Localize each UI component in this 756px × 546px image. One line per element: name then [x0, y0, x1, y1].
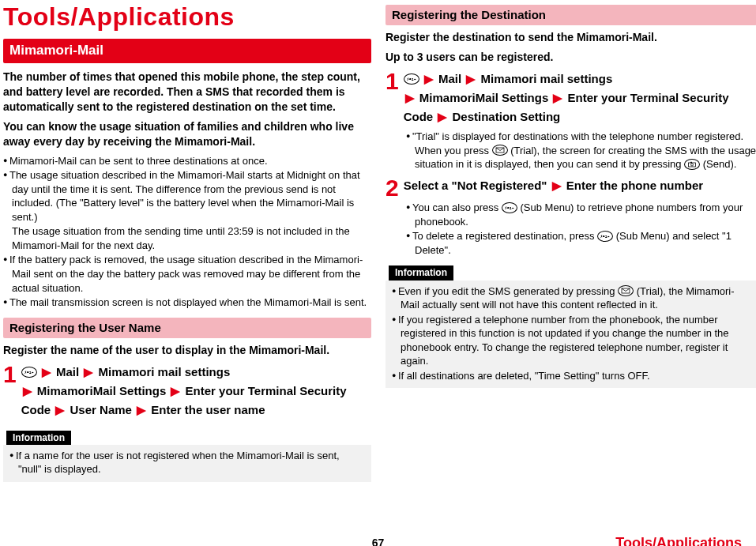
arrow-icon: ▶: [551, 91, 564, 104]
dest-intro-2: Up to 3 users can be registered.: [386, 50, 756, 65]
svg-rect-5: [690, 161, 692, 163]
info-section-right: Information Even if you edit the SMS gen…: [386, 258, 756, 388]
info-bullet: If all destinations are deleted, "Time S…: [392, 369, 750, 383]
bullet-item-cont: The usage situation from the sending tim…: [3, 224, 371, 252]
menu-key-icon: ﾒﾆｭｰ: [597, 231, 613, 242]
info-bullet: If a name for the user is not registered…: [9, 449, 365, 476]
mail-key-icon: [618, 285, 634, 296]
mail-key-icon: [492, 145, 508, 156]
bullet-item: The usage situation described in the Mim…: [3, 168, 371, 224]
step-part: Mimamori mail settings: [481, 72, 613, 85]
svg-point-4: [691, 164, 694, 166]
svg-text:ﾒﾆｭｰ: ﾒﾆｭｰ: [407, 77, 416, 81]
info-section: Information If a name for the user is no…: [3, 423, 371, 482]
menu-key-icon: ﾒﾆｭｰ: [21, 367, 37, 378]
dest-intro-1: Register the destination to send the Mim…: [386, 30, 756, 45]
step-number: 2: [386, 178, 399, 198]
bullets-list: Mimamori-Mail can be sent to three desti…: [3, 154, 371, 310]
step-part: Mimamori mail settings: [99, 365, 231, 378]
bullet-item: If the battery pack is removed, the usag…: [3, 253, 371, 295]
step-part: Mail: [438, 72, 461, 85]
step-part: Mail: [56, 365, 79, 378]
page-title: Tools/Applications: [3, 0, 371, 34]
right-column: Registering the Destination Register the…: [386, 0, 756, 482]
info-box: Even if you edit the SMS generated by pr…: [386, 281, 756, 389]
info-label: Information: [6, 431, 71, 445]
step-body: Select a "Not Registered" ▶ Enter the ph…: [404, 176, 756, 198]
intro-text-2: You can know the usage situation of fami…: [3, 119, 371, 149]
step-part: Select a "Not Registered": [404, 179, 547, 192]
arrow-icon: ▶: [82, 365, 95, 378]
step-1-bullets: "Trial" is displayed for destinations wi…: [406, 130, 756, 171]
step-part: Enter the phone number: [566, 179, 703, 192]
arrow-icon: ▶: [21, 384, 34, 397]
sub-intro: Register the name of the user to display…: [3, 343, 371, 358]
info-label: Information: [389, 265, 453, 280]
camera-key-icon: [684, 159, 700, 170]
menu-key-icon: ﾒﾆｭｰ: [404, 73, 419, 85]
bullet-item: "Trial" is displayed for destinations wi…: [406, 130, 756, 171]
step-number: 1: [3, 364, 17, 420]
step-1: 1 ﾒﾆｭｰ ▶ Mail ▶ Mimamori mail settings ▶…: [3, 363, 371, 420]
bullet-item: Mimamori-Mail can be sent to three desti…: [3, 154, 371, 168]
arrow-icon: ▶: [40, 365, 53, 378]
sub-section-user-name: Registering the User Name: [3, 318, 371, 338]
svg-text:ﾒﾆｭｰ: ﾒﾆｭｰ: [600, 234, 610, 239]
info-box: If a name for the user is not registered…: [3, 445, 371, 482]
left-column: Tools/Applications Mimamori-Mail The num…: [0, 0, 371, 482]
bullet-item: The mail transmission screen is not disp…: [3, 296, 371, 310]
svg-text:ﾒﾆｭｰ: ﾒﾆｭｰ: [24, 370, 34, 375]
arrow-icon: ▶: [465, 72, 477, 85]
bullet-item: To delete a registered destination, pres…: [406, 229, 756, 257]
step-part: User Name: [70, 403, 132, 416]
step-number: 1: [386, 71, 399, 126]
arrow-icon: ▶: [169, 384, 182, 397]
text-part: To delete a registered destination, pres…: [412, 230, 597, 242]
step-2-bullets: You can also press ﾒﾆｭｰ (Sub Menu) to re…: [406, 201, 756, 257]
step-body: ﾒﾆｭｰ ▶ Mail ▶ Mimamori mail settings ▶ M…: [21, 363, 371, 420]
text-part: (Send).: [700, 158, 736, 170]
text-part: Even if you edit the SMS generated by pr…: [398, 285, 618, 297]
bullet-item: You can also press ﾒﾆｭｰ (Sub Menu) to re…: [406, 201, 756, 228]
intro-text-1: The number of times that opened this mob…: [3, 70, 371, 115]
page-number: 67: [372, 536, 385, 546]
menu-key-icon: ﾒﾆｭｰ: [502, 202, 517, 213]
arrow-icon: ▶: [551, 179, 563, 192]
text-part: You can also press: [412, 201, 502, 213]
arrow-icon: ▶: [54, 403, 66, 416]
section-title-mimamori: Mimamori-Mail: [3, 39, 371, 63]
step-part: MimamoriMail Settings: [37, 384, 166, 397]
arrow-icon: ▶: [404, 91, 416, 104]
step-1-right: 1 ﾒﾆｭｰ ▶ Mail ▶ Mimamori mail settings ▶…: [386, 70, 756, 126]
arrow-icon: ▶: [436, 110, 449, 123]
arrow-icon: ▶: [135, 403, 148, 416]
step-body: ﾒﾆｭｰ ▶ Mail ▶ Mimamori mail settings ▶ M…: [404, 70, 756, 126]
svg-text:ﾒﾆｭｰ: ﾒﾆｭｰ: [505, 205, 514, 210]
step-2-right: 2 Select a "Not Registered" ▶ Enter the …: [386, 176, 756, 198]
footer-section-label: Tools/Applications: [615, 533, 742, 546]
sub-section-destination: Registering the Destination: [386, 5, 756, 25]
step-part: Enter the user name: [151, 403, 265, 416]
step-part: Destination Setting: [453, 110, 561, 123]
info-bullet: If you registered a telephone number fro…: [392, 313, 750, 368]
step-part: MimamoriMail Settings: [419, 91, 548, 104]
info-bullet: Even if you edit the SMS generated by pr…: [392, 284, 750, 312]
arrow-icon: ▶: [423, 72, 435, 85]
